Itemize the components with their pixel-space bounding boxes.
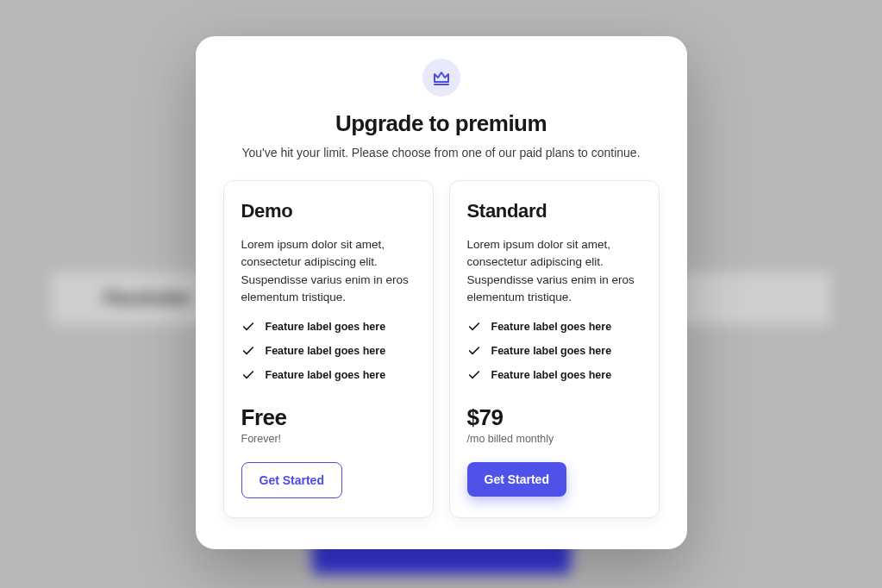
plan-price: Free bbox=[241, 404, 416, 431]
plan-price-sub: Forever! bbox=[241, 433, 416, 445]
feature-label: Feature label goes here bbox=[491, 369, 612, 381]
plan-description: Lorem ipsum dolor sit amet, consectetur … bbox=[467, 236, 641, 306]
plans-container: Demo Lorem ipsum dolor sit amet, consect… bbox=[223, 180, 660, 518]
get-started-button-demo[interactable]: Get Started bbox=[241, 462, 342, 498]
feature-list: Feature label goes here Feature label go… bbox=[241, 320, 416, 382]
feature-item: Feature label goes here bbox=[467, 320, 641, 334]
feature-item: Feature label goes here bbox=[467, 344, 641, 358]
backdrop-bar-text: Placeholder bbox=[103, 290, 191, 308]
feature-label: Feature label goes here bbox=[491, 345, 612, 357]
check-icon bbox=[241, 320, 255, 334]
feature-label: Feature label goes here bbox=[266, 369, 386, 381]
feature-item: Feature label goes here bbox=[241, 368, 416, 382]
plan-name: Demo bbox=[241, 200, 416, 222]
plan-price-sub: /mo billed monthly bbox=[467, 433, 641, 445]
feature-label: Feature label goes here bbox=[266, 345, 386, 357]
plan-card-standard: Standard Lorem ipsum dolor sit amet, con… bbox=[449, 180, 660, 518]
modal-title: Upgrade to premium bbox=[223, 110, 660, 137]
feature-item: Feature label goes here bbox=[241, 320, 416, 334]
plan-price: $79 bbox=[467, 404, 641, 431]
feature-label: Feature label goes here bbox=[266, 321, 386, 333]
crown-icon bbox=[431, 67, 452, 88]
feature-item: Feature label goes here bbox=[467, 368, 641, 382]
check-icon bbox=[241, 344, 255, 358]
check-icon bbox=[467, 368, 481, 382]
check-icon bbox=[467, 344, 481, 358]
feature-label: Feature label goes here bbox=[491, 321, 612, 333]
crown-icon-badge bbox=[422, 59, 460, 97]
plan-name: Standard bbox=[467, 200, 641, 222]
upgrade-modal: Upgrade to premium You've hit your limit… bbox=[196, 36, 687, 549]
plan-card-demo: Demo Lorem ipsum dolor sit amet, consect… bbox=[223, 180, 434, 518]
feature-list: Feature label goes here Feature label go… bbox=[467, 320, 641, 382]
check-icon bbox=[467, 320, 481, 334]
get-started-button-standard[interactable]: Get Started bbox=[467, 462, 566, 497]
feature-item: Feature label goes here bbox=[241, 344, 416, 358]
check-icon bbox=[241, 368, 255, 382]
plan-description: Lorem ipsum dolor sit amet, consectetur … bbox=[241, 236, 416, 306]
modal-subtitle: You've hit your limit. Please choose fro… bbox=[223, 146, 660, 160]
